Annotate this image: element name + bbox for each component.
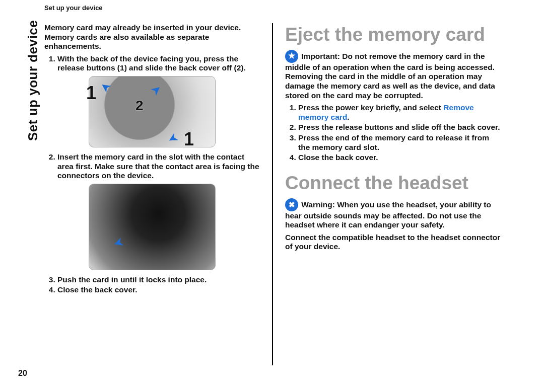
two-column-layout: Memory card may already be inserted in y… (44, 23, 524, 365)
important-label: Important: (301, 52, 340, 60)
arrow-icon (164, 128, 183, 147)
arrow-icon (97, 77, 116, 97)
important-note: Important: Do not remove the memory card… (285, 50, 501, 100)
arrow-icon (110, 233, 128, 252)
left-column: Memory card may already be inserted in y… (44, 23, 272, 365)
insert-card-steps-end: Push the card in until it locks into pla… (44, 275, 260, 295)
running-header: Set up your device (44, 4, 103, 12)
eject-step-3: Press the end of the memory card to rele… (298, 133, 501, 152)
headset-body: Connect the compatible headset to the he… (285, 233, 501, 252)
step-3: Push the card in until it locks into pla… (57, 275, 260, 285)
insert-card-steps-cont: Insert the memory card in the slot with … (44, 152, 260, 181)
eject-steps: Press the power key briefly, and select … (285, 103, 501, 163)
warning-label: Warning: (301, 200, 335, 209)
figure-insert-card (89, 184, 216, 270)
page-number: 20 (18, 369, 27, 378)
right-column: Eject the memory card Important: Do not … (273, 23, 501, 365)
heading-eject-memory-card: Eject the memory card (285, 25, 501, 45)
step-4: Close the back cover. (57, 285, 260, 295)
warning-note: Warning: When you use the headset, your … (285, 198, 501, 230)
eject-step-1-text-b: . (347, 113, 349, 121)
figure-remove-back-cover: 1 2 1 (89, 76, 216, 147)
important-icon (285, 50, 298, 63)
step-2: Insert the memory card in the slot with … (57, 152, 260, 181)
insert-card-steps: With the back of the device facing you, … (44, 54, 260, 73)
intro-text: Memory card may already be inserted in y… (44, 23, 260, 51)
warning-icon (285, 198, 298, 211)
eject-step-1: Press the power key briefly, and select … (298, 103, 501, 122)
manual-page: Set up your device Set up your device Me… (0, 0, 544, 392)
eject-step-1-text-a: Press the power key briefly, and select (298, 103, 443, 112)
arrow-icon (146, 81, 165, 100)
step-1: With the back of the device facing you, … (57, 54, 260, 73)
eject-step-4: Close the back cover. (298, 153, 501, 163)
side-section-title: Set up your device (25, 20, 41, 141)
eject-step-2: Press the release buttons and slide off … (298, 123, 501, 132)
heading-connect-headset: Connect the headset (285, 174, 501, 193)
figure-label-1a: 1 (86, 83, 96, 104)
figure-label-2: 2 (135, 98, 144, 114)
figure-label-1b: 1 (184, 129, 194, 150)
